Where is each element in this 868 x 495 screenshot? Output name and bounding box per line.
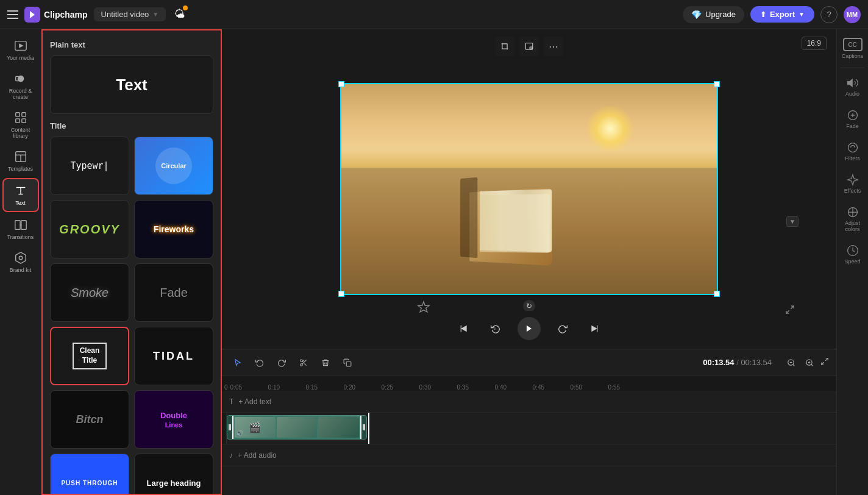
fade-label: Fade (846, 123, 859, 129)
ruler-mark: 0:40 (495, 384, 533, 391)
undo-button[interactable] (251, 354, 268, 371)
sidebar-item-transitions[interactable]: Transitions (2, 213, 39, 245)
svg-marker-25 (527, 326, 532, 332)
ruler-mark: 0:20 (344, 384, 382, 391)
tidal-label: TIDAL (153, 350, 194, 363)
text-card-large-heading[interactable]: Large heading (134, 454, 213, 495)
user-avatar[interactable]: MM (844, 6, 861, 23)
svg-rect-7 (21, 113, 25, 116)
text-card-double-lines[interactable]: Double Lines (134, 390, 213, 449)
text-card-smoke[interactable]: Smoke (50, 263, 129, 322)
sidebar-item-record[interactable]: Record & create (2, 67, 39, 105)
ruler-mark: 0:05 (230, 384, 268, 391)
right-tool-audio[interactable]: Audio (839, 73, 866, 101)
captions-label: Captions (842, 53, 864, 59)
pip-button[interactable] (519, 37, 539, 56)
sidebar-item-brand-kit[interactable]: Brand kit (2, 246, 39, 278)
project-tab[interactable]: Untitled video ▼ (94, 7, 166, 21)
right-tool-speed[interactable]: Speed (839, 241, 866, 268)
skip-to-end-button[interactable] (585, 319, 604, 338)
text-card-tidal[interactable]: TIDAL (134, 327, 213, 385)
right-tool-filters[interactable]: Filters (839, 138, 866, 165)
more-options-button[interactable]: ⋯ (544, 37, 563, 56)
svg-rect-16 (15, 221, 20, 230)
ruler-mark: 0:55 (608, 384, 646, 391)
export-button[interactable]: ⬆ Export ▼ (750, 6, 814, 23)
svg-marker-2 (19, 43, 23, 48)
sidebar-item-templates[interactable]: Templates (2, 145, 39, 177)
export-chevron: ▼ (799, 11, 805, 18)
fireworks-label: Fireworks (154, 224, 194, 234)
ruler-mark: 0:10 (268, 384, 306, 391)
clip-thumb (277, 417, 318, 438)
zoom-out-button[interactable] (784, 355, 799, 370)
clip-handle-right[interactable] (360, 416, 366, 439)
text-card-circular[interactable]: Circular (134, 137, 213, 195)
fullscreen-button[interactable] (785, 305, 795, 317)
double-lines-label2: Lines (165, 421, 183, 429)
right-sidebar: CC Captions Audio Fade (836, 29, 868, 495)
gem-icon: 💎 (691, 10, 702, 20)
clip-thumb (318, 417, 359, 438)
zoom-in-button[interactable] (802, 355, 817, 370)
play-button[interactable] (518, 317, 541, 340)
text-card-fade[interactable]: Fade (134, 263, 213, 322)
text-card-push-through[interactable]: PUSH THROUGH (50, 454, 129, 495)
add-audio-track[interactable]: ♪ + Add audio (222, 444, 836, 466)
sidebar-item-label: Templates (8, 166, 33, 172)
copy-button[interactable] (339, 354, 356, 371)
logo-area[interactable]: Clipchamp (24, 7, 88, 23)
add-text-track[interactable]: T + Add text (222, 391, 836, 413)
text-card-typewriter[interactable]: Typewr| (50, 137, 129, 195)
help-button[interactable]: ? (820, 6, 838, 23)
enhance-button[interactable] (417, 301, 430, 317)
rewind-5s-button[interactable]: 5 (486, 319, 505, 338)
right-tool-fade[interactable]: Fade (839, 105, 866, 133)
time-display: 00:13.54 / 00:13.54 (703, 358, 772, 367)
upgrade-button[interactable]: 💎 Upgrade (683, 6, 744, 23)
right-tool-captions[interactable]: CC Captions (839, 34, 866, 63)
speed-label: Speed (844, 258, 860, 265)
aspect-ratio-label: 16:9 (807, 39, 821, 48)
text-card-groovy[interactable]: GROOVY (50, 200, 129, 258)
expand-timeline-button[interactable] (820, 357, 829, 368)
svg-point-53 (848, 143, 857, 152)
title-section-label: Title (50, 121, 213, 130)
text-card-fireworks[interactable]: Fireworks (134, 200, 213, 258)
text-card-clean-title[interactable]: Clean Title (50, 327, 129, 385)
video-clip[interactable]: 🎬 🔊 (227, 415, 367, 440)
sidebar-item-content-library[interactable]: Content library (2, 106, 39, 144)
right-tool-effects[interactable]: Effects (839, 170, 866, 198)
aspect-ratio-badge[interactable]: 16:9 (802, 37, 827, 50)
right-tool-adjust-colors[interactable]: Adjust colors (839, 202, 866, 236)
text-card-plain[interactable]: Text (50, 55, 213, 114)
panel-toggle-button[interactable]: ▼ (786, 216, 799, 227)
project-title: Untitled video (101, 10, 149, 19)
double-lines-label1: Double (160, 411, 187, 420)
sidebar-item-text[interactable]: Text (2, 178, 39, 212)
sidebar-item-label: Transitions (7, 234, 34, 240)
sidebar-item-label: Your media (7, 55, 34, 61)
svg-line-33 (304, 363, 306, 365)
large-heading-label: Large heading (147, 479, 201, 488)
center-area: ⋯ 16:9 (222, 29, 836, 495)
add-audio-label: + Add audio (238, 451, 277, 460)
cut-button[interactable] (295, 354, 312, 371)
redo-button[interactable] (273, 354, 290, 371)
text-card-bitcn[interactable]: Bitcn (50, 390, 129, 449)
weather-widget[interactable]: 🌤 (174, 8, 185, 21)
svg-rect-27 (597, 326, 597, 332)
rotate-handle[interactable]: ↻ (523, 300, 535, 312)
sidebar-item-your-media[interactable]: Your media (2, 34, 39, 66)
delete-button[interactable] (317, 354, 334, 371)
circular-label: Circular (161, 162, 187, 169)
clip-handle-left[interactable] (227, 416, 233, 439)
crop-button[interactable] (495, 37, 514, 56)
track-label (222, 413, 227, 444)
skip-to-start-button[interactable] (454, 319, 474, 338)
hamburger-menu[interactable] (7, 10, 18, 19)
select-tool-button[interactable] (229, 354, 246, 371)
svg-rect-23 (461, 326, 461, 332)
user-initials: MM (847, 11, 858, 18)
forward-5s-button[interactable] (553, 319, 572, 338)
